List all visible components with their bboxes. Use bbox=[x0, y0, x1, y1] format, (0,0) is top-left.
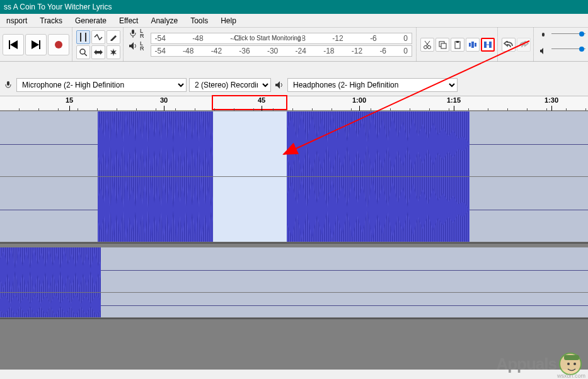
svg-rect-21 bbox=[475, 43, 476, 47]
svg-rect-5 bbox=[80, 33, 81, 42]
svg-rect-17 bbox=[441, 43, 446, 48]
recording-meter[interactable]: -54 -48 -42 -18 -12 -6 0 Click to Start … bbox=[151, 33, 413, 44]
timeline-ruler[interactable]: 1530451:001:151:30 bbox=[0, 96, 588, 111]
timeline-label: 1:30 bbox=[545, 96, 558, 104]
svg-rect-22 bbox=[471, 42, 474, 48]
svg-marker-11 bbox=[129, 42, 134, 50]
monitor-text[interactable]: Click to Start Monitoring bbox=[233, 35, 303, 42]
timeline-label: 1:00 bbox=[352, 96, 366, 104]
playback-meter[interactable]: -54 -48 -42 -36 -30 -24 -18 -12 -6 0 bbox=[151, 45, 413, 57]
svg-rect-3 bbox=[39, 40, 40, 49]
redo-button[interactable] bbox=[517, 38, 531, 52]
mic-slider-icon bbox=[538, 30, 549, 42]
svg-marker-27 bbox=[540, 48, 543, 54]
svg-point-4 bbox=[55, 41, 62, 48]
channels-select[interactable]: 2 (Stereo) Recording Cha bbox=[189, 78, 271, 92]
svg-marker-29 bbox=[275, 81, 280, 89]
zoom-tool[interactable] bbox=[76, 45, 90, 59]
menu-effect[interactable]: Effect bbox=[114, 15, 143, 26]
menu-tracks[interactable]: Tracks bbox=[35, 15, 67, 26]
svg-rect-24 bbox=[489, 42, 492, 48]
playback-volume-slider[interactable] bbox=[551, 48, 585, 54]
timeline-label: 15 bbox=[66, 96, 73, 104]
track-2-left[interactable] bbox=[0, 247, 588, 293]
window-title: ss A Coin To Your Witcher Lyrics bbox=[0, 0, 588, 14]
track-1-right[interactable] bbox=[0, 177, 588, 242]
speaker-device-icon bbox=[274, 79, 285, 91]
track-1[interactable] bbox=[0, 111, 588, 244]
svg-rect-19 bbox=[456, 41, 459, 43]
track-2[interactable] bbox=[0, 247, 588, 319]
device-toolbar: Microphone (2- High Definition 2 (Stereo… bbox=[0, 76, 588, 96]
svg-rect-34 bbox=[564, 355, 579, 360]
waveform bbox=[98, 111, 213, 176]
svg-point-32 bbox=[567, 363, 570, 365]
svg-rect-26 bbox=[542, 33, 545, 37]
track-2-right[interactable] bbox=[0, 293, 588, 318]
copy-button[interactable] bbox=[435, 38, 449, 52]
svg-marker-1 bbox=[10, 40, 18, 49]
waveform bbox=[287, 177, 470, 242]
audio-selection[interactable] bbox=[213, 111, 287, 176]
silence-button[interactable] bbox=[481, 38, 495, 52]
mic-device-icon bbox=[3, 79, 14, 91]
record-button[interactable] bbox=[48, 34, 69, 55]
waveform bbox=[0, 247, 101, 292]
skip-end-button[interactable] bbox=[25, 34, 47, 55]
svg-rect-28 bbox=[7, 81, 9, 86]
mascot-icon bbox=[559, 353, 582, 375]
svg-point-7 bbox=[80, 49, 85, 54]
svg-point-12 bbox=[424, 45, 427, 48]
speaker-icon bbox=[127, 40, 139, 52]
credit-text: wsxdn.com bbox=[557, 373, 585, 379]
toolbar: LR LR -54 -48 -42 -18 -12 -6 0 Click to … bbox=[0, 28, 588, 62]
track-area bbox=[0, 111, 588, 370]
speaker-slider-icon bbox=[538, 45, 549, 57]
svg-line-8 bbox=[84, 54, 87, 56]
output-device-select[interactable]: Headphones (2- High Definition bbox=[287, 78, 458, 92]
menu-bar: nsport Tracks Generate Effect Analyze To… bbox=[0, 14, 588, 28]
svg-rect-0 bbox=[9, 40, 10, 49]
track-1-left[interactable] bbox=[0, 111, 588, 177]
skip-start-button[interactable] bbox=[3, 34, 24, 55]
trim-button[interactable] bbox=[466, 38, 480, 52]
svg-rect-23 bbox=[484, 42, 487, 48]
svg-rect-6 bbox=[85, 33, 86, 42]
draw-tool[interactable] bbox=[107, 30, 120, 44]
meter-lr-label: LR bbox=[140, 28, 144, 38]
timeshift-tool[interactable] bbox=[91, 45, 105, 59]
svg-point-33 bbox=[574, 363, 576, 365]
selection-tool[interactable] bbox=[76, 30, 90, 44]
meter-lr-label-2: LR bbox=[140, 41, 144, 51]
menu-tools[interactable]: Tools bbox=[185, 15, 213, 26]
timeline-selection-highlight bbox=[212, 95, 287, 110]
menu-transport[interactable]: nsport bbox=[1, 15, 32, 26]
svg-point-13 bbox=[428, 45, 431, 48]
paste-button[interactable] bbox=[451, 38, 464, 52]
menu-analyze[interactable]: Analyze bbox=[146, 15, 183, 26]
waveform bbox=[98, 177, 213, 242]
recording-volume-slider[interactable] bbox=[551, 33, 585, 38]
waveform bbox=[0, 293, 101, 317]
svg-rect-20 bbox=[469, 43, 471, 47]
undo-button[interactable] bbox=[502, 38, 516, 52]
watermark: Appuals bbox=[496, 353, 582, 375]
mic-icon bbox=[127, 28, 139, 39]
multi-tool[interactable] bbox=[107, 45, 120, 59]
audio-selection[interactable] bbox=[213, 177, 287, 242]
svg-marker-2 bbox=[32, 40, 39, 49]
menu-generate[interactable]: Generate bbox=[70, 15, 112, 26]
svg-rect-9 bbox=[132, 30, 134, 34]
timeline-label: 1:15 bbox=[447, 96, 461, 104]
envelope-tool[interactable] bbox=[91, 30, 105, 44]
timeline-label: 45 bbox=[258, 96, 265, 104]
waveform bbox=[287, 111, 470, 176]
menu-help[interactable]: Help bbox=[216, 15, 241, 26]
input-device-select[interactable]: Microphone (2- High Definition bbox=[16, 78, 187, 92]
cut-button[interactable] bbox=[420, 38, 434, 52]
timeline-label: 30 bbox=[160, 96, 168, 104]
